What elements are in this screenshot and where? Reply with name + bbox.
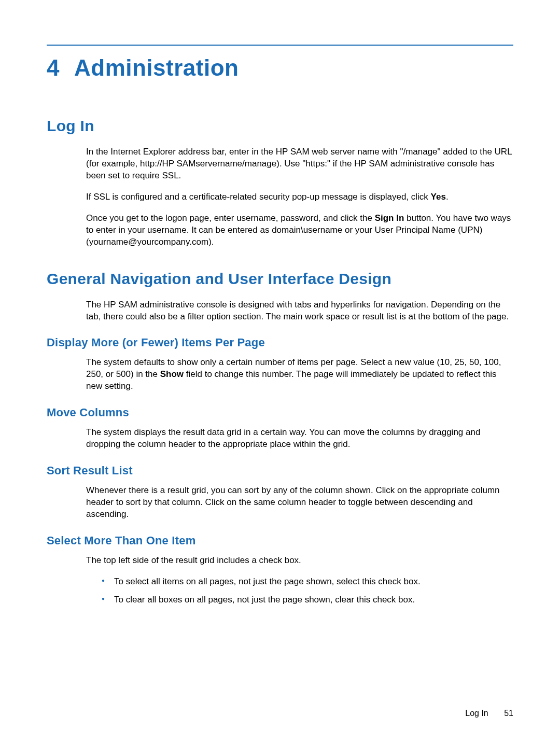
bold-show: Show xyxy=(160,369,184,379)
sort-body: Whenever there is a result grid, you can… xyxy=(86,485,513,521)
display-body: The system defaults to show only a certa… xyxy=(86,357,513,392)
footer-section: Log In xyxy=(465,709,488,718)
chapter-title: Administration xyxy=(74,55,239,81)
text: Once you get to the logon page, enter us… xyxy=(86,213,375,223)
nav-p1: The HP SAM administrative console is des… xyxy=(86,299,513,323)
heading-move: Move Columns xyxy=(47,406,513,419)
login-p3: Once you get to the logon page, enter us… xyxy=(86,213,513,248)
footer-page-number: 51 xyxy=(504,709,513,718)
display-p1: The system defaults to show only a certa… xyxy=(86,357,513,392)
heading-nav: General Navigation and User Interface De… xyxy=(47,270,513,288)
login-p2: If SSL is configured and a certificate-r… xyxy=(86,191,513,203)
bold-yes: Yes xyxy=(431,192,446,202)
list-item: To select all items on all pages, not ju… xyxy=(102,576,513,588)
text: . xyxy=(446,192,449,202)
select-body: The top left side of the result grid inc… xyxy=(86,555,513,606)
heading-login: Log In xyxy=(47,117,513,135)
chapter-heading: 4 Administration xyxy=(47,55,513,81)
nav-body: The HP SAM administrative console is des… xyxy=(86,299,513,323)
bold-signin: Sign In xyxy=(375,213,404,223)
move-body: The system displays the result data grid… xyxy=(86,427,513,451)
heading-select: Select More Than One Item xyxy=(47,534,513,547)
move-p1: The system displays the result data grid… xyxy=(86,427,513,451)
text: If SSL is configured and a certificate-r… xyxy=(86,192,431,202)
list-item: To clear all boxes on all pages, not jus… xyxy=(102,594,513,606)
chapter-number: 4 xyxy=(47,55,60,81)
select-bullets: To select all items on all pages, not ju… xyxy=(102,576,513,606)
sort-p1: Whenever there is a result grid, you can… xyxy=(86,485,513,521)
heading-display: Display More (or Fewer) Items Per Page xyxy=(47,336,513,349)
login-p1: In the Internet Explorer address bar, en… xyxy=(86,146,513,182)
login-body: In the Internet Explorer address bar, en… xyxy=(86,146,513,248)
select-p1: The top left side of the result grid inc… xyxy=(86,555,513,567)
heading-sort: Sort Result List xyxy=(47,464,513,477)
top-rule xyxy=(47,45,513,46)
page-footer: Log In 51 xyxy=(465,709,513,718)
